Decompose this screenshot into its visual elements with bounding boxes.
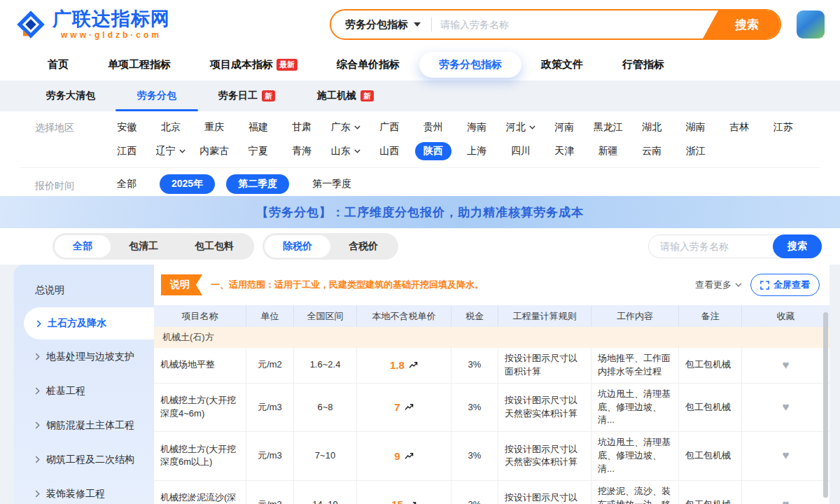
- search-category-label: 劳务分包指标: [345, 18, 408, 31]
- region-filter-label: 选择地区: [35, 118, 105, 160]
- nav-item-1[interactable]: 单项工程指标: [88, 52, 190, 78]
- region-chip[interactable]: 江苏: [765, 118, 802, 136]
- region-chip[interactable]: 贵州: [415, 118, 451, 136]
- sidebar-item-label: 砌筑工程及二次结构: [46, 454, 134, 466]
- time-chip[interactable]: 2025年: [160, 174, 215, 194]
- header-search-button[interactable]: 搜索: [703, 10, 780, 38]
- favorite-cell: ♥: [742, 384, 830, 432]
- region-chip[interactable]: 天津: [546, 142, 582, 160]
- time-chip[interactable]: 第一季度: [300, 174, 363, 194]
- time-chip[interactable]: 第二季度: [226, 174, 289, 194]
- region-chip[interactable]: 湖南: [678, 118, 714, 136]
- category-sidebar: 总说明土石方及降水地基处理与边坡支护桩基工程钢筋混凝土主体工程砌筑工程及二次结构…: [14, 265, 154, 504]
- region-chip-label: 甘肃: [292, 121, 312, 134]
- region-chip[interactable]: 北京: [153, 118, 189, 136]
- fullscreen-button[interactable]: 全屏查看: [750, 274, 820, 296]
- view-more[interactable]: 查看更多: [695, 279, 742, 291]
- segment-tab[interactable]: 包工包料: [176, 235, 252, 258]
- region-chip[interactable]: 海南: [458, 118, 495, 136]
- region-chip[interactable]: 青海: [284, 142, 320, 160]
- region-chip[interactable]: 山西: [371, 142, 407, 160]
- region-chip[interactable]: 辽宁: [148, 142, 194, 160]
- region-chip[interactable]: 福建: [240, 118, 276, 136]
- region-chip[interactable]: 河北: [498, 118, 544, 136]
- region-chip[interactable]: 山东: [323, 142, 369, 160]
- price-value: 7: [394, 400, 400, 415]
- sidebar-item-3[interactable]: 桩基工程: [14, 374, 154, 408]
- region-chip[interactable]: 广东: [323, 118, 369, 136]
- region-chip[interactable]: 江西: [108, 142, 145, 160]
- subnav-item-3[interactable]: 施工机械新: [296, 80, 395, 111]
- sidebar-item-label: 装饰装修工程: [46, 488, 105, 500]
- favorite-heart-icon[interactable]: ♥: [782, 496, 789, 504]
- chevron-down-icon: [354, 149, 360, 153]
- subnav-item-1[interactable]: 劳务分包: [116, 80, 197, 111]
- region-chip-label: 广西: [379, 121, 399, 134]
- chevron-right-icon: [35, 387, 40, 395]
- region-chip[interactable]: 甘肃: [284, 118, 320, 136]
- region-cell: 吉林: [718, 118, 762, 136]
- project-name-cell: 机械挖土方(大开挖深度4~6m): [154, 384, 246, 432]
- region-chip-label: 吉林: [729, 121, 749, 134]
- region-chip-label: 广东: [331, 121, 351, 134]
- table-search-button[interactable]: 搜索: [773, 234, 822, 258]
- header-search-input[interactable]: [432, 19, 703, 30]
- nav-item-4[interactable]: 劳务分包指标: [419, 52, 522, 78]
- region-chip[interactable]: 河南: [546, 118, 582, 136]
- subnav-item-0[interactable]: 劳务大清包: [25, 80, 116, 111]
- region-chip[interactable]: 四川: [503, 142, 539, 160]
- nav-item-2[interactable]: 项目成本指标最新: [190, 52, 317, 78]
- region-chip[interactable]: 宁夏: [240, 142, 276, 160]
- segment-tab[interactable]: 全部: [55, 235, 111, 258]
- region-chip[interactable]: 内蒙古: [191, 142, 237, 160]
- sidebar-item-0[interactable]: 总说明: [14, 273, 154, 307]
- segment-tab[interactable]: 含税价: [330, 235, 396, 258]
- sidebar-item-6[interactable]: 装饰装修工程: [14, 477, 154, 504]
- region-cell: 新疆: [587, 142, 631, 160]
- region-chip[interactable]: 广西: [371, 118, 407, 136]
- region-cell: 甘肃: [280, 118, 324, 136]
- user-avatar[interactable]: [797, 10, 825, 38]
- local-price-cell: 9: [357, 432, 451, 480]
- sidebar-item-5[interactable]: 砌筑工程及二次结构: [14, 442, 154, 477]
- national-range-cell: 7~10: [294, 432, 357, 480]
- time-chip[interactable]: 全部: [105, 174, 148, 194]
- table-row: 机械挖淤泥流沙(深度6m以内)元/m314~19153%按设计图示尺寸以天然密实…: [154, 481, 830, 504]
- region-chip[interactable]: 新疆: [590, 142, 626, 160]
- note-cell: 包工包机械: [679, 384, 742, 432]
- favorite-heart-icon[interactable]: ♥: [782, 399, 789, 416]
- region-cell: 北京: [149, 118, 193, 136]
- sidebar-item-4[interactable]: 钢筋混凝土主体工程: [14, 408, 154, 442]
- region-chip[interactable]: 吉林: [721, 118, 757, 136]
- region-filter: 安徽北京重庆福建甘肃广东广西贵州海南河北河南黑龙江湖北湖南吉林江苏江西辽宁内蒙古…: [105, 118, 805, 160]
- region-chip[interactable]: 安徽: [108, 118, 145, 136]
- tax-cell: 3%: [451, 432, 498, 480]
- region-chip[interactable]: 重庆: [196, 118, 232, 136]
- region-chip[interactable]: 湖北: [634, 118, 670, 136]
- favorite-heart-icon[interactable]: ♥: [782, 447, 789, 465]
- region-chip[interactable]: 黑龙江: [585, 118, 631, 136]
- region-chip[interactable]: 浙江: [678, 142, 714, 160]
- price-value: 9: [394, 449, 400, 464]
- search-category-dropdown[interactable]: 劳务分包指标: [331, 18, 431, 31]
- nav-item-0[interactable]: 首页: [28, 52, 88, 78]
- caret-down-icon: [414, 22, 421, 27]
- logo[interactable]: 广联达指标网 www·gldzb·com: [15, 9, 170, 40]
- region-chip[interactable]: 云南: [634, 142, 670, 160]
- sidebar-item-1[interactable]: 土石方及降水: [24, 307, 154, 340]
- region-chip[interactable]: 上海: [458, 142, 495, 160]
- segment-tab[interactable]: 包清工: [111, 235, 176, 258]
- promo-banner: 【劳务分包】：工序维度分包报价，助力精准核算劳务成本: [0, 196, 840, 228]
- scrollbar-thumb[interactable]: [823, 312, 828, 498]
- subnav-item-2[interactable]: 劳务日工新: [197, 80, 296, 111]
- favorite-heart-icon[interactable]: ♥: [782, 357, 789, 374]
- nav-item-5[interactable]: 政策文件: [522, 52, 603, 78]
- table-column-header: 工作内容: [592, 305, 679, 327]
- segment-tab[interactable]: 除税价: [265, 235, 330, 258]
- nav-item-3[interactable]: 综合单价指标: [317, 52, 419, 78]
- nav-item-label: 综合单价指标: [337, 58, 400, 71]
- region-chip[interactable]: 陕西: [415, 142, 451, 160]
- national-range-cell: 6~8: [294, 384, 357, 432]
- sidebar-item-2[interactable]: 地基处理与边坡支护: [14, 340, 154, 374]
- nav-item-6[interactable]: 行管指标: [603, 52, 684, 78]
